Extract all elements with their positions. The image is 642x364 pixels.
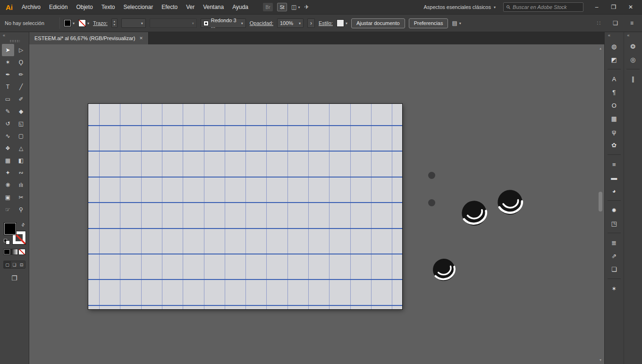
variables-panel-icon[interactable]: ψ <box>608 126 620 137</box>
stroke-weight-select[interactable]: ▾ <box>121 18 146 28</box>
color-themes-panel-icon[interactable]: ❂ <box>627 41 639 52</box>
scroll-up-icon[interactable]: ▴ <box>597 46 604 51</box>
tool-eyedropper[interactable]: ✦ <box>2 167 14 179</box>
draw-behind-button[interactable]: ❏ <box>11 261 18 268</box>
scroll-down-icon[interactable]: ▾ <box>597 358 604 362</box>
menu-archivo[interactable]: Archivo <box>17 4 45 10</box>
artboards-panel-icon[interactable]: ❏ <box>608 263 620 275</box>
stroke-weight-label[interactable]: Trazo: <box>93 20 108 26</box>
opentype-panel-icon[interactable]: O <box>608 100 620 111</box>
tool-gradient[interactable]: ◧ <box>15 154 27 167</box>
tool-pen[interactable]: ✒ <box>2 68 14 81</box>
workspace-switcher[interactable]: Aspectos esenciales clásicos ▾ <box>424 4 503 10</box>
paragraph-panel-icon[interactable]: ¶ <box>608 86 620 98</box>
canvas-vertical-scrollbar[interactable]: ▴ ▾ <box>597 45 604 363</box>
tool-rotate[interactable]: ↺ <box>2 118 14 130</box>
draw-inside-button[interactable]: ⊡ <box>18 261 25 268</box>
tool-line-segment[interactable]: ╱ <box>15 81 27 93</box>
menu-efecto[interactable]: Efecto <box>157 4 182 10</box>
menu-ver[interactable]: Ver <box>182 4 199 10</box>
opacity-label[interactable]: Opacidad: <box>250 20 273 26</box>
canvas[interactable]: ▴ ▾ <box>29 44 604 364</box>
tab-close-icon[interactable]: ✕ <box>139 36 143 41</box>
tool-rectangle[interactable]: ▭ <box>2 93 14 105</box>
document-setup-select[interactable]: ▤ ▾ <box>452 20 461 26</box>
opacity-options-button[interactable]: › <box>307 18 315 28</box>
app-logo[interactable]: Ai <box>3 3 17 11</box>
tool-eraser[interactable]: ◆ <box>15 105 27 118</box>
swirl-logo-shape[interactable] <box>457 196 491 230</box>
tool-selection[interactable]: ➤ <box>2 44 14 56</box>
ellipse-shape[interactable] <box>428 172 435 179</box>
tool-curvature[interactable]: ✏ <box>15 68 27 81</box>
tool-magic-wand[interactable]: ✶ <box>2 56 14 68</box>
stroke-panel-icon[interactable]: ≡ <box>608 159 620 170</box>
tool-hand[interactable]: ☞ <box>2 203 14 216</box>
transform-panel-icon[interactable]: ◳ <box>608 218 620 229</box>
menu-objeto[interactable]: Objeto <box>72 4 97 10</box>
tool-column-graph[interactable]: ılı <box>15 179 27 191</box>
magic-wand-panel-icon[interactable]: ✶ <box>608 283 620 294</box>
swap-fill-stroke-icon[interactable]: ⇄ <box>20 222 26 228</box>
draw-normal-button[interactable]: ▢ <box>4 261 11 268</box>
tool-artboard[interactable]: ▣ <box>2 191 14 203</box>
tool-shaper[interactable]: ✎ <box>2 105 14 118</box>
libraries-panel-icon[interactable]: ◍ <box>608 41 620 52</box>
tool-scale[interactable]: ◱ <box>15 118 27 130</box>
restore-button[interactable]: ❐ <box>605 0 622 14</box>
menu-edicion[interactable]: Edición <box>45 4 72 10</box>
gradient-panel-icon[interactable]: ◩ <box>608 54 620 65</box>
tool-lasso[interactable]: Ϙ <box>15 56 27 68</box>
ellipse-shape[interactable] <box>428 199 435 206</box>
stock-search[interactable]: ⚲ <box>503 2 583 12</box>
tool-mesh[interactable]: ▦ <box>2 154 14 167</box>
layers-panel-icon[interactable]: ≣ <box>608 237 620 248</box>
document-tab[interactable]: ESTEEM.ai* al 66,67% (RGB/Previsualizar)… <box>29 32 149 44</box>
color-panel-icon[interactable]: ◕ <box>608 185 620 196</box>
default-fill-stroke-icon[interactable] <box>4 239 9 244</box>
align-panel-icon[interactable]: ∥ <box>627 73 639 85</box>
tool-type[interactable]: T <box>2 81 14 93</box>
menu-ventana[interactable]: Ventana <box>199 4 228 10</box>
symbols-panel-icon[interactable]: ✿ <box>608 139 620 151</box>
swirl-logo-shape[interactable] <box>428 254 460 286</box>
menu-seleccionar[interactable]: Seleccionar <box>119 4 157 10</box>
menu-texto[interactable]: Texto <box>97 4 119 10</box>
graphic-style-select[interactable]: ▾ <box>337 19 347 27</box>
control-bar-menu-button[interactable]: ≡ <box>630 20 634 26</box>
stroke-weight-stepper[interactable]: ▴ ▾ <box>111 18 118 28</box>
glyphs-panel-icon[interactable]: ▦ <box>608 113 620 124</box>
swatch-libraries-panel-icon[interactable]: ◎ <box>627 54 639 65</box>
tool-direct-selection[interactable]: ▷ <box>15 44 27 56</box>
brush-definition-select[interactable]: Redondo 3 ... ▾ <box>201 18 246 28</box>
color-button[interactable] <box>3 249 10 255</box>
fit-document-button[interactable]: Ajustar documento <box>351 18 405 28</box>
close-button[interactable]: ✕ <box>622 0 639 14</box>
appearance-panel-icon[interactable]: ✹ <box>608 204 620 216</box>
stroke-color-picker[interactable]: ▾ <box>78 19 89 27</box>
fill-color-picker[interactable]: ▾ <box>64 19 75 27</box>
expand-panels-icon[interactable]: « <box>608 33 610 38</box>
screen-mode-button[interactable]: ❐ <box>11 274 17 282</box>
tool-free-transform[interactable]: ▢ <box>15 130 27 142</box>
stock-button[interactable]: St <box>277 3 287 11</box>
swatches-panel-icon[interactable]: ▬ <box>608 172 620 183</box>
swirl-logo-shape[interactable] <box>494 186 526 219</box>
panel-layout-button[interactable]: ❏ <box>613 20 618 26</box>
menu-ayuda[interactable]: Ayuda <box>228 4 253 10</box>
tools-grip[interactable] <box>9 40 20 42</box>
export-panel-icon[interactable]: ⇗ <box>608 250 620 262</box>
search-input[interactable] <box>513 4 580 10</box>
tool-zoom[interactable]: ⚲ <box>15 203 27 216</box>
tool-perspective-grid[interactable]: △ <box>15 142 27 154</box>
bridge-button[interactable]: Br <box>263 3 273 11</box>
tool-symbol-sprayer[interactable]: ❋ <box>2 179 14 191</box>
none-button[interactable] <box>18 249 25 255</box>
tool-paintbrush[interactable]: ✐ <box>15 93 27 105</box>
collapse-tools-icon[interactable]: « <box>3 33 5 38</box>
character-panel-icon[interactable]: A <box>608 73 620 85</box>
scrollbar-thumb[interactable] <box>599 192 602 212</box>
tool-slice[interactable]: ✂ <box>15 191 27 203</box>
minimize-button[interactable]: – <box>588 0 605 14</box>
preferences-button[interactable]: Preferencias <box>409 18 448 28</box>
